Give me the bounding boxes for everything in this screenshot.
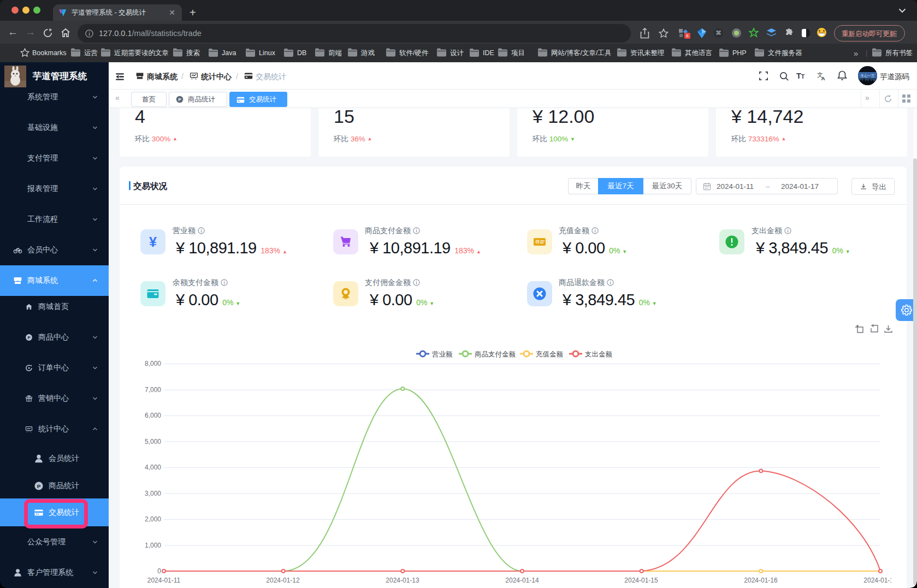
svg-text:P: P [178,97,181,102]
svg-text:1,000: 1,000 [145,542,161,549]
svg-text:8,000: 8,000 [145,360,161,367]
svg-text:2024-01-15: 2024-01-15 [624,577,658,584]
svg-text:A: A [821,75,825,81]
svg-text:2024-01-16: 2024-01-16 [744,577,778,584]
svg-text:2024-01-11: 2024-01-11 [147,577,181,584]
svg-text:2024-01-12: 2024-01-12 [266,577,300,584]
svg-text:2,000: 2,000 [145,515,161,523]
svg-text:2024-01-17: 2024-01-17 [863,577,891,584]
svg-text:文心一言: 文心一言 [861,74,875,78]
svg-text:6,000: 6,000 [145,412,161,419]
svg-text:支出金额: 支出金额 [585,351,613,358]
svg-text:营业额: 营业额 [432,351,453,358]
svg-text:5,000: 5,000 [145,438,161,446]
svg-text:3,000: 3,000 [145,490,161,497]
svg-text:2024-01-13: 2024-01-13 [386,577,419,584]
svg-text:7,000: 7,000 [145,386,161,394]
svg-text:0: 0 [157,567,161,575]
svg-text:P: P [37,483,41,489]
svg-text:$: $ [536,240,539,245]
svg-text:4,000: 4,000 [145,464,161,471]
svg-text:商品支付金额: 商品支付金额 [475,351,516,358]
svg-text:P: P [27,335,30,340]
svg-text:充值金额: 充值金额 [536,351,564,358]
svg-text:2024-01-14: 2024-01-14 [505,577,539,584]
